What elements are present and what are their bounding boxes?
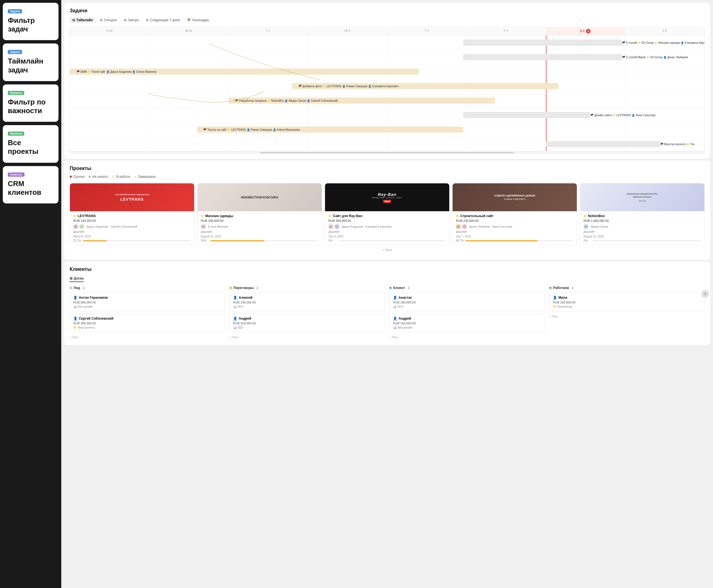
add-lider[interactable]: + New [70,334,225,340]
timeline-row-7: 🏴 Тексты на сайт 📁 LEVTRANS 👤 Роман Скво… [70,122,704,137]
project-card-levtrans[interactable]: Автомобильные перевозки LEVTRANS 📁 LEVTR… [70,183,194,245]
tab-next7[interactable]: ⊞ Следующие 7 дней [143,17,183,23]
progress-rayban: 0% [328,239,446,242]
clients-title: Клиенты [70,267,705,272]
progress-pct-construction: 66.7% [456,239,464,242]
deadline-levtrans: March 8, 2023 [73,235,191,238]
tab-calendar[interactable]: 📅 Календарь [184,17,212,23]
add-new-project[interactable]: + New [70,245,705,255]
avatar-em: ЕМ [201,224,206,229]
client-type-aleksey: 📊 SEO [233,305,381,308]
day-w2: W 2 [308,27,387,35]
project-card-construction[interactable]: ОТДЕЛКА ДЕРЕВЯННЫХ ДОМОВ И БАНЬ ПОД КЛЮЧ… [452,183,577,245]
project-price-levtrans: RUB 140,050.00 [73,219,191,223]
folder-icon-fashion: 📁 [201,215,204,218]
type-icon-sergey: 📁 [73,326,77,329]
project-card-fashion[interactable]: НЕИЗВЕСТНАЯ КЛАССИКА 📁 Магазин одежды RU… [197,183,322,245]
tab-timeline[interactable]: ⊟ Таймлайн [70,17,95,23]
project-thumb-construction: ОТДЕЛКА ДЕРЕВЯННЫХ ДОМОВ И БАНЬ ПОД КЛЮЧ [453,183,577,211]
person-icon-aleksey: 👤 [233,296,237,299]
client-card-andrey-neg[interactable]: 👤 Андрей RUB 320,000.00 📊 SEO [230,314,385,332]
progress-track-notionbox [593,240,701,241]
bar-task8[interactable] [546,141,660,147]
folder-icon-levtrans: 📁 [73,215,77,218]
client-card-aleksey[interactable]: 👤 Алексей RUB 190,000.00 📊 SEO [230,293,385,311]
flag-icon-5: 🏴 [235,99,238,102]
filter-in-progress-label: В работе [116,175,130,178]
add-working[interactable]: + New [549,314,705,319]
bar-task2[interactable] [463,54,622,60]
board-tab[interactable]: ⊞ Доска [70,276,84,282]
fashion-thumb-content: НЕИЗВЕСТНАЯ КЛАССИКА [241,196,278,199]
sidebar-card-filter-tasks[interactable]: Задачи Фильтр задач [3,3,59,40]
client-price-mila: RUB 250,000.00 [553,301,701,304]
client-card-anton[interactable]: 👤 Антон Герасимов RUB 680,000.00 📊 Веб-д… [70,293,225,311]
col-label-working: Работаем [553,286,569,290]
bar-task8-label: 🏴 Верстка проекта 📁 Tra... [660,142,696,145]
client-type-andrey-neg: 📊 SEO [233,326,381,329]
timeline-row-3: 🏴 SMM 📁 Travel сайт 👤 Дарья Андреева 👤 Е… [70,64,704,79]
tab-tomorrow[interactable]: ⊞ Завтра [121,17,142,23]
tasks-tabs: ⊟ Таймлайн ⊞ Сегодня ⊞ Завтра ⊞ Следующи… [70,17,705,23]
add-client[interactable]: + New [389,334,545,340]
tab-today-label: Сегодня [104,18,117,22]
avatar-as: АС [462,224,467,229]
client-card-mila[interactable]: 👤 Мила RUB 250,000.00 📁 Разработка [549,293,705,311]
rayban-tagline: GENUINE SINCE 1937 [372,197,403,199]
status-dot-client [389,287,392,289]
tab-today[interactable]: ⊞ Сегодня [97,17,120,23]
bar-task6[interactable] [463,112,590,118]
progress-construction: 66.7% [456,239,574,242]
bar-task1[interactable] [463,40,622,46]
filter-not-started-label: Не начато [92,175,108,178]
day-s6: S 6 [625,27,704,35]
project-team-fashion: ЕМ Елена Михеева [201,224,318,229]
bar-task6-label: 🏴 Дизайн сайта 📁 LEVTRANS 👤 Анна Соколов… [590,113,655,117]
filter-completed[interactable]: ✓ Завершено [134,175,156,178]
filter-not-started[interactable]: Не начато [89,175,108,178]
client-card-anastas[interactable]: 👤 Анастас RUB 180,000.00 📊 SEO [389,293,545,311]
project-name-construction: 📁 Строительный сайт [456,214,574,218]
client-price-anastas: RUB 180,000.00 [393,301,541,304]
timeline-row-6: 🏴 Дизайн сайта 📁 LEVTRANS 👤 Анна Соколов… [70,108,704,122]
day-t3: T 3 [387,27,467,35]
flag-icon-3: 🏴 [76,70,80,73]
day-s5-today: S 5 6 [546,27,625,35]
timeline-scrollbar[interactable] [70,151,704,153]
sidebar-badge-clients: Клиенты [8,172,24,177]
progress-track-fashion [210,240,318,241]
col-count-working: 1 [572,287,574,290]
progress-pct-levtrans: 22.2% [73,239,81,242]
client-price-sergey: RUB 380,000.00 [73,321,221,325]
board-col-lider: Лид 2 👤 Антон Герасимов RUB 680,000.00 📊… [70,286,225,340]
fashion-text: НЕИЗВЕСТНАЯ КЛАССИКА [241,196,278,199]
calendar-icon: 📅 [187,18,191,22]
project-thumb-levtrans: Автомобильные перевозки LEVTRANS [70,183,194,211]
timeline-row-1: 🏴 5 статей 📁 DV-Group 📁 Магазин одежды 👤… [70,35,704,50]
deadline-fashion: August 31, 2023 [201,235,318,238]
sidebar-card-all-projects[interactable]: Проекты Все проекты [3,125,59,163]
project-card-notionbox[interactable]: Управление финансами Pro.Шаблон в Notion… [580,183,705,245]
client-price-anton: RUB 680,000.00 [73,301,221,304]
project-price-construction: RUB 230,000.00 [456,219,574,223]
filter-in-progress[interactable]: ⏱ В работе [112,175,130,178]
deadline-label-rayban: Дедлайн [328,230,446,233]
sidebar-card-filter-importance[interactable]: Проекты Фильтр по важности [3,84,59,122]
client-name-mila: 👤 Мила [553,296,701,299]
add-negotiations[interactable]: + New [230,334,385,340]
client-type-anastas: 📊 SEO [393,305,541,308]
sidebar-card-timeline-tasks[interactable]: Задачи Таймлайн задач [3,43,59,81]
filter-urgent[interactable]: Срочно [70,175,85,178]
board-col-client: Клиент 2 👤 Анастас RUB 180,000.00 📊 SEO [389,286,545,340]
today-icon: ⊞ [100,18,103,22]
project-card-rayban[interactable]: Ray·Ban GENUINE SINCE 1937 Sale 📁 Сайт д… [325,183,450,245]
client-card-sergey[interactable]: 👤 Сергей Соболевский RUB 380,000.00 📁 Мо… [70,314,225,332]
sidebar-card-crm[interactable]: Клиенты CRM клиентов [3,166,59,204]
avatar-ek: ЕК [334,224,340,229]
type-icon-andrey-neg: 📊 [233,326,236,329]
help-button[interactable]: ? [701,290,709,298]
progress-track-construction [466,240,574,241]
client-card-andrey-cl[interactable]: 👤 Андрей RUB 160,000.00 📊 Веб-дизайн [389,314,545,332]
type-icon-andrey-cl: 📊 [393,326,396,329]
levtrans-thumb-content: Автомобильные перевозки LEVTRANS [115,193,149,202]
